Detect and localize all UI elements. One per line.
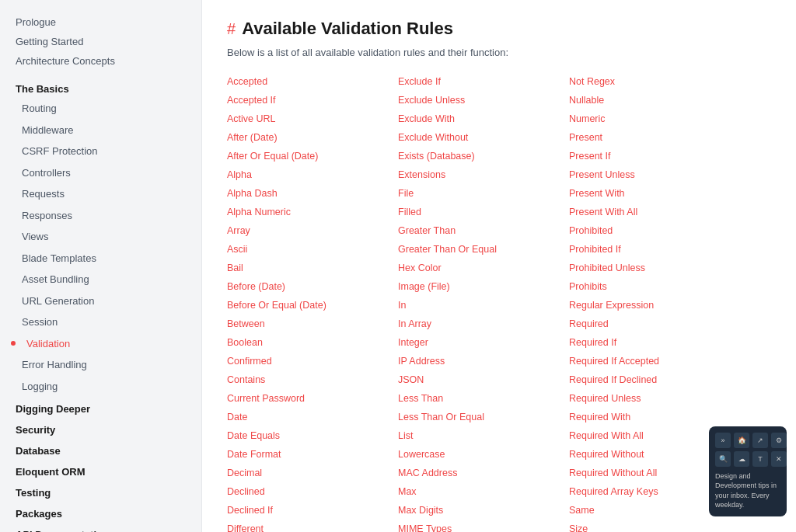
sidebar-item-responses[interactable]: Responses (0, 205, 201, 227)
widget-icon-button[interactable]: ✕ (771, 451, 787, 467)
rule-link[interactable]: In Array (398, 315, 569, 333)
rule-column-1: Exclude IfExclude UnlessExclude WithExcl… (398, 72, 569, 532)
sidebar-item-asset-bundling[interactable]: Asset Bundling (0, 269, 201, 290)
sidebar-item-label: Session (22, 315, 58, 330)
rule-link[interactable]: Bail (227, 259, 398, 277)
rule-link[interactable]: Decimal (227, 464, 398, 482)
rule-link[interactable]: Max (398, 482, 569, 501)
widget-icon-button[interactable]: 🏠 (734, 433, 749, 448)
rule-link[interactable]: Before (Date) (227, 277, 398, 296)
rule-link[interactable]: Date Equals (227, 426, 398, 445)
rule-link[interactable]: MAC Address (398, 464, 569, 482)
rule-link[interactable]: Array (227, 221, 398, 240)
rule-link[interactable]: Hex Color (398, 259, 569, 277)
sidebar-item-middleware[interactable]: Middleware (0, 120, 201, 141)
widget-icon-button[interactable]: ⚙ (771, 433, 787, 448)
rule-link[interactable]: Less Than (398, 389, 569, 408)
rule-link[interactable]: Exclude Unless (398, 91, 569, 110)
rule-link[interactable]: Present Unless (569, 165, 740, 184)
rule-link[interactable]: Declined If (227, 501, 398, 520)
sidebar-item-validation[interactable]: Validation (0, 333, 201, 355)
rule-link[interactable]: MIME Types (398, 520, 569, 532)
sidebar-item-getting-started[interactable]: Getting Started (0, 32, 201, 51)
rule-link[interactable]: Nullable (569, 91, 740, 110)
rule-link[interactable]: Required If Declined (569, 370, 740, 389)
sidebar-item-prologue[interactable]: Prologue (0, 12, 201, 32)
rule-link[interactable]: Confirmed (227, 352, 398, 370)
rule-link[interactable]: Declined (227, 482, 398, 501)
rule-link[interactable]: Required With (569, 408, 740, 426)
rule-link[interactable]: Alpha Numeric (227, 203, 398, 221)
rule-link[interactable]: Size (569, 520, 740, 532)
active-indicator-dot (11, 341, 16, 346)
sidebar-item-requests[interactable]: Requests (0, 183, 201, 205)
rule-link[interactable]: Ascii (227, 240, 398, 259)
rule-link[interactable]: Prohibited (569, 221, 740, 240)
rule-link[interactable]: After Or Equal (Date) (227, 147, 398, 165)
floating-widget: »🏠↗⚙🔍☁T✕ Design and Development tips in … (709, 426, 787, 516)
rule-link[interactable]: Extensions (398, 165, 569, 184)
rule-link[interactable]: Not Regex (569, 72, 740, 91)
sidebar-item-blade-templates[interactable]: Blade Templates (0, 248, 201, 269)
rule-link[interactable]: Different (227, 520, 398, 532)
rule-link[interactable]: Max Digits (398, 501, 569, 520)
rule-link[interactable]: File (398, 184, 569, 203)
rule-link[interactable]: In (398, 296, 569, 315)
sidebar-item-logging[interactable]: Logging (0, 376, 201, 398)
rule-link[interactable]: Integer (398, 333, 569, 352)
sidebar-item-controllers[interactable]: Controllers (0, 162, 201, 184)
rule-link[interactable]: Prohibited Unless (569, 259, 740, 277)
rule-link[interactable]: Greater Than (398, 221, 569, 240)
rule-link[interactable]: Prohibited If (569, 240, 740, 259)
rule-link[interactable]: Contains (227, 370, 398, 389)
rule-link[interactable]: Active URL (227, 110, 398, 128)
rule-link[interactable]: Between (227, 315, 398, 333)
rule-link[interactable]: Filled (398, 203, 569, 221)
rule-link[interactable]: Exclude If (398, 72, 569, 91)
widget-icon-button[interactable]: 🔍 (715, 451, 731, 467)
rule-link[interactable]: Lowercase (398, 445, 569, 464)
sidebar-item-routing[interactable]: Routing (0, 98, 201, 120)
rule-link[interactable]: Exclude With (398, 110, 569, 128)
rule-link[interactable]: Present If (569, 147, 740, 165)
rule-link[interactable]: List (398, 426, 569, 445)
rule-link[interactable]: Greater Than Or Equal (398, 240, 569, 259)
rule-link[interactable]: Required Unless (569, 389, 740, 408)
rule-link[interactable]: JSON (398, 370, 569, 389)
rule-link[interactable]: Accepted (227, 72, 398, 91)
sidebar-item-architecture[interactable]: Architecture Concepts (0, 51, 201, 71)
rule-link[interactable]: Exclude Without (398, 128, 569, 147)
rule-link[interactable]: Alpha Dash (227, 184, 398, 203)
rule-link[interactable]: Required If (569, 333, 740, 352)
sidebar-item-label: Responses (22, 208, 72, 224)
rule-link[interactable]: Regular Expression (569, 296, 740, 315)
rule-link[interactable]: IP Address (398, 352, 569, 370)
widget-icon-button[interactable]: ☁ (734, 451, 749, 467)
rule-link[interactable]: After (Date) (227, 128, 398, 147)
widget-icon-button[interactable]: » (715, 433, 731, 448)
rule-link[interactable]: Date Format (227, 445, 398, 464)
sidebar-item-session[interactable]: Session (0, 311, 201, 333)
rule-link[interactable]: Prohibits (569, 277, 740, 296)
rule-link[interactable]: Present With (569, 184, 740, 203)
widget-icon-button[interactable]: T (752, 451, 768, 467)
rule-link[interactable]: Boolean (227, 333, 398, 352)
rule-link[interactable]: Image (File) (398, 277, 569, 296)
rule-link[interactable]: Alpha (227, 165, 398, 184)
rule-link[interactable]: Numeric (569, 110, 740, 128)
rule-link[interactable]: Exists (Database) (398, 147, 569, 165)
rule-link[interactable]: Present With All (569, 203, 740, 221)
sidebar-item-error-handling[interactable]: Error Handling (0, 354, 201, 376)
rule-link[interactable]: Required If Accepted (569, 352, 740, 370)
rule-link[interactable]: Date (227, 408, 398, 426)
rule-link[interactable]: Current Password (227, 389, 398, 408)
rule-link[interactable]: Less Than Or Equal (398, 408, 569, 426)
rule-link[interactable]: Required (569, 315, 740, 333)
rule-link[interactable]: Present (569, 128, 740, 147)
widget-icon-button[interactable]: ↗ (752, 433, 768, 448)
sidebar-item-url-generation[interactable]: URL Generation (0, 290, 201, 312)
sidebar-item-csrf-protection[interactable]: CSRF Protection (0, 141, 201, 162)
sidebar-item-views[interactable]: Views (0, 226, 201, 248)
rule-link[interactable]: Accepted If (227, 91, 398, 110)
rule-link[interactable]: Before Or Equal (Date) (227, 296, 398, 315)
